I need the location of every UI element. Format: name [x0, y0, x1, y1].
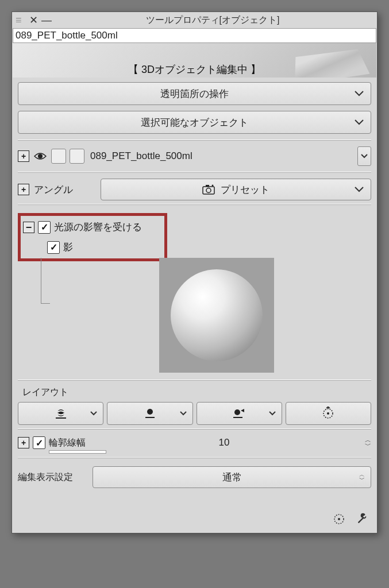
link-toggle[interactable] [70, 149, 84, 164]
light-affected-checkbox[interactable]: ✓ [38, 221, 51, 234]
ground-icon [55, 407, 67, 420]
preset-label: プリセット [221, 183, 269, 196]
filename-field[interactable]: 089_PET_bottle_500ml [13, 28, 376, 43]
minimize-icon[interactable]: — [41, 14, 52, 26]
object-dropdown[interactable] [357, 146, 371, 166]
outline-slider[interactable] [49, 450, 106, 454]
updown-icon: ︿﹀ [359, 473, 365, 482]
drop-icon [144, 407, 156, 420]
visibility-icon[interactable] [34, 152, 47, 161]
close-icon[interactable]: ✕ [29, 14, 38, 26]
outline-value[interactable]: 10 [219, 437, 230, 448]
outline-row: + ✓ 輪郭線幅 10 ︿ ﹀ [18, 436, 371, 449]
outline-checkbox[interactable]: ✓ [33, 436, 45, 449]
chevron-down-icon: ﹀ [365, 443, 371, 448]
menu-icon[interactable]: ≡ [16, 14, 26, 26]
expand-icon[interactable]: + [18, 184, 29, 195]
divider [18, 204, 371, 205]
rotate-icon [321, 407, 335, 420]
editing-banner: 【 3Dオブジェクト編集中 】 [13, 43, 376, 78]
chevron-down-icon [90, 411, 97, 416]
divider [18, 172, 371, 173]
content-area: 透明箇所の操作 選択可能なオブジェクト + 089_PET_bottle_500… [12, 78, 377, 495]
banner-text: 【 3Dオブジェクト編集中 】 [128, 63, 261, 76]
tree-connector [41, 258, 50, 304]
chevron-down-icon [269, 411, 276, 416]
svg-point-14 [338, 518, 340, 520]
selectable-object-button[interactable]: 選択可能なオブジェクト [18, 111, 371, 134]
divider [18, 457, 371, 458]
reset-icon[interactable] [331, 511, 347, 527]
camera-icon [202, 184, 215, 195]
light-affected-label: 光源の影響を受ける [54, 220, 142, 234]
chevron-down-icon [355, 91, 364, 96]
shadow-checkbox[interactable]: ✓ [47, 241, 60, 254]
render-label: 編集表示設定 [18, 471, 87, 483]
svg-point-7 [147, 409, 153, 415]
expand-icon[interactable]: + [18, 150, 29, 162]
wrench-icon[interactable] [354, 511, 370, 527]
render-row: 編集表示設定 通常 ︿﹀ [18, 466, 371, 488]
layout-snap-button[interactable] [197, 402, 282, 425]
layout-label: レイアウト [22, 386, 371, 399]
object-row: + 089_PET_bottle_500ml [18, 146, 371, 166]
collapse-icon[interactable]: − [23, 222, 34, 233]
chevron-down-icon [355, 119, 364, 125]
svg-point-0 [38, 154, 43, 158]
shadow-label: 影 [63, 241, 73, 254]
lock-toggle[interactable] [51, 149, 66, 164]
svg-rect-3 [206, 185, 209, 187]
panel-title: ツールプロパティ[オブジェクト] [52, 14, 373, 26]
light-preview-area [41, 258, 371, 373]
angle-label: アングル [34, 183, 73, 196]
light-sphere-control[interactable] [159, 258, 274, 373]
svg-point-4 [212, 185, 214, 187]
svg-point-12 [327, 412, 329, 415]
expand-icon[interactable]: + [18, 437, 29, 448]
shadow-row: ✓ 影 [47, 241, 161, 254]
divider [18, 428, 371, 430]
layout-row [18, 402, 371, 425]
outline-spinner[interactable]: ︿ ﹀ [365, 438, 371, 448]
svg-rect-10 [233, 417, 242, 418]
svg-rect-6 [56, 417, 66, 419]
render-value: 通常 [222, 471, 242, 484]
svg-point-2 [206, 188, 211, 193]
object-name-label: 089_PET_bottle_500ml [90, 150, 354, 162]
layout-drop-button[interactable] [107, 402, 192, 425]
preset-button[interactable]: プリセット [101, 179, 371, 200]
button-label: 透明箇所の操作 [160, 87, 229, 100]
button-label: 選択可能なオブジェクト [141, 116, 248, 129]
light-affected-row: − ✓ 光源の影響を受ける [23, 220, 161, 234]
tool-property-panel: ≡ ✕ — ツールプロパティ[オブジェクト] 089_PET_bottle_50… [11, 11, 378, 533]
render-mode-select[interactable]: 通常 ︿﹀ [93, 466, 371, 488]
titlebar: ≡ ✕ — ツールプロパティ[オブジェクト] [12, 12, 377, 28]
svg-rect-8 [145, 417, 155, 418]
chevron-down-icon [180, 411, 187, 416]
layout-rotate-button[interactable] [286, 402, 371, 425]
divider [18, 380, 371, 381]
divider [18, 140, 371, 141]
outline-label: 輪郭線幅 [49, 437, 86, 449]
footer [12, 495, 377, 533]
sphere-icon [171, 269, 263, 361]
svg-point-9 [234, 409, 240, 415]
layout-ground-button[interactable] [18, 402, 103, 425]
transparent-operation-button[interactable]: 透明箇所の操作 [18, 82, 371, 105]
highlight-annotation: − ✓ 光源の影響を受ける ✓ 影 [18, 213, 167, 261]
snap-icon [232, 407, 247, 420]
angle-row: + アングル プリセット [18, 179, 371, 200]
chevron-down-icon [355, 187, 364, 192]
